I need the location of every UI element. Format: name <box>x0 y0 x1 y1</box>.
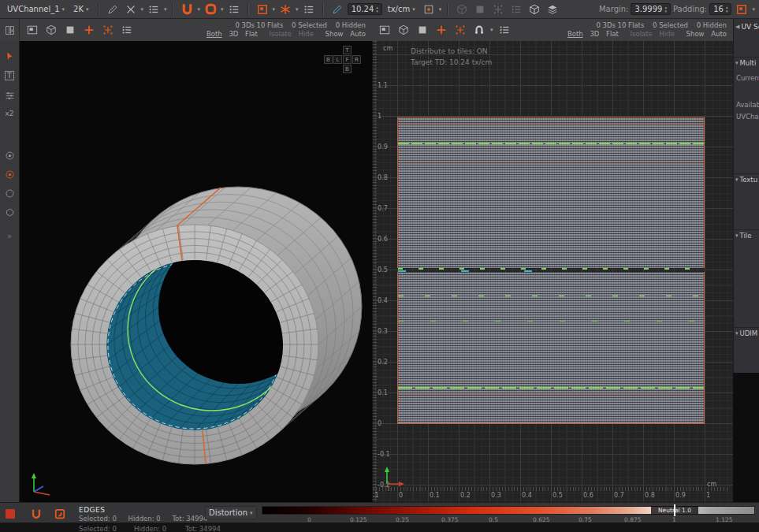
chevron-down-icon[interactable]: ▾ <box>490 27 493 33</box>
gather-cross-icon[interactable] <box>100 22 116 38</box>
spinner-icon[interactable]: ▴▾ <box>664 6 667 13</box>
neutral-marker-handle[interactable] <box>674 504 675 516</box>
view-bottom-button[interactable]: B <box>343 65 352 73</box>
unfold-button[interactable] <box>180 2 195 17</box>
move-cross-icon[interactable] <box>433 22 449 38</box>
padding-input[interactable]: 16 ▴▾ <box>709 3 731 15</box>
magnet-snap-icon[interactable] <box>471 22 487 38</box>
disabled-square-button[interactable] <box>472 2 488 17</box>
layout-options-button[interactable] <box>226 2 242 17</box>
layers-button[interactable] <box>545 2 560 17</box>
distribute-button[interactable] <box>277 2 293 17</box>
chevron-down-icon[interactable]: ▾ <box>221 6 224 13</box>
section-item[interactable]: Availab <box>736 101 759 109</box>
map-size-select[interactable]: 2K▾ <box>70 3 91 15</box>
auto-button[interactable]: Auto <box>711 30 727 38</box>
section-texture[interactable]: ▾ Textu <box>734 173 759 184</box>
ruler-label: 0.3 <box>491 492 501 499</box>
display-mode-select[interactable]: Distortion ▾ <box>205 506 257 519</box>
display-flat-button[interactable]: Flat <box>606 30 619 38</box>
cylinder-mesh[interactable] <box>20 41 372 502</box>
chevron-down-icon[interactable]: ▾ <box>752 6 755 13</box>
chevron-down-icon[interactable]: ▾ <box>164 6 167 13</box>
uv-island-strip[interactable] <box>397 272 705 424</box>
section-udim[interactable]: ▾ UDIM <box>734 327 759 337</box>
spinner-icon[interactable]: ▴▾ <box>726 6 728 13</box>
td-pick-button[interactable] <box>421 2 437 17</box>
layout-switch-button[interactable] <box>0 19 20 41</box>
uv-settings-panel-header[interactable]: ◀ UV Se <box>735 23 759 31</box>
sliders-tool[interactable] <box>0 87 19 104</box>
view-right-button[interactable]: R <box>352 55 361 64</box>
rizomuv-logo2-icon[interactable] <box>54 508 65 519</box>
collapse-panel-icon[interactable]: ◀ <box>735 24 739 30</box>
polygon-tool[interactable] <box>0 203 19 221</box>
disabled-list-button[interactable] <box>508 2 524 17</box>
transform-tool[interactable]: T <box>0 67 19 84</box>
shaded-cube-icon[interactable] <box>43 22 59 38</box>
red-square-icon[interactable] <box>4 508 16 519</box>
active-brush-tool[interactable] <box>0 166 19 183</box>
section-tile[interactable]: ▾ Tile <box>734 229 759 240</box>
view-left-button[interactable]: L <box>333 55 342 64</box>
chevron-down-icon[interactable]: ▾ <box>296 6 299 13</box>
section-multi[interactable]: ▾ Multi <box>734 57 759 67</box>
distribute-lines-icon[interactable] <box>119 22 135 38</box>
snapshot-icon[interactable] <box>24 22 40 38</box>
brush-tool[interactable] <box>0 147 19 164</box>
uv-channel-select[interactable]: UVChannel_1▾ <box>4 3 68 15</box>
snapshot-icon[interactable] <box>377 22 393 38</box>
distribute-lines-icon[interactable] <box>497 22 512 38</box>
display-3d-button[interactable]: 3D <box>590 30 599 38</box>
top-toolbar: UVChannel_1▾ 2K▾ ▾ ▾ ▾ ▾ ▾ ▾ 10.24 ▴▾ tx… <box>0 0 759 19</box>
texel-density-input[interactable]: 10.24 ▴▾ <box>348 3 382 15</box>
chevron-down-icon[interactable]: ▾ <box>439 6 442 13</box>
display-flat-button[interactable]: Flat <box>245 30 258 38</box>
cut-weld-tool-button[interactable] <box>123 2 139 17</box>
circle-tool[interactable] <box>0 184 19 202</box>
pack-options-button[interactable] <box>301 2 317 17</box>
section-item[interactable]: Current <box>736 74 759 82</box>
pack-button[interactable] <box>255 2 270 17</box>
select-cursor-tool[interactable] <box>0 47 19 65</box>
show-button[interactable]: Show <box>326 30 344 38</box>
select-options-button[interactable] <box>146 2 162 17</box>
optimize-button[interactable] <box>203 2 218 17</box>
isolate-button[interactable]: Isolate <box>270 30 292 38</box>
expand-chevrons-icon[interactable]: » <box>0 227 19 244</box>
disabled-cube-button[interactable] <box>454 2 470 17</box>
isolate-button[interactable]: Isolate <box>631 30 653 38</box>
view-top-button[interactable]: T <box>343 46 352 54</box>
fill-display-icon[interactable] <box>415 22 430 38</box>
chevron-down-icon[interactable]: ▾ <box>198 6 201 13</box>
show-button[interactable]: Show <box>686 30 705 38</box>
spinner-icon[interactable]: ▴▾ <box>376 6 378 13</box>
viewport-uv[interactable]: cm cm Distribute to tiles: ON Target TD:… <box>372 41 733 502</box>
mesh-cube-button[interactable] <box>526 2 542 17</box>
x2-tool[interactable]: x2 <box>0 105 19 122</box>
display-both-button[interactable]: Both <box>567 30 583 38</box>
display-3d-button[interactable]: 3D <box>229 30 238 38</box>
hide-button[interactable]: Hide <box>299 30 314 38</box>
uv-island-strip[interactable] <box>397 117 705 268</box>
display-both-button[interactable]: Both <box>206 30 222 38</box>
gather-cross-icon[interactable] <box>452 22 468 38</box>
shaded-cube-icon[interactable] <box>396 22 411 38</box>
move-cross-icon[interactable] <box>81 22 97 38</box>
chevron-down-icon[interactable]: ▾ <box>273 6 276 13</box>
fill-display-icon[interactable] <box>62 22 78 38</box>
auto-button[interactable]: Auto <box>350 30 366 38</box>
hide-button[interactable]: Hide <box>660 30 675 38</box>
viewport-3d[interactable]: T B L F R B <box>20 41 372 502</box>
disabled-crossdots-button[interactable] <box>490 2 506 17</box>
section-item[interactable]: UVChan <box>736 113 759 121</box>
margin-input[interactable]: 3.9999 ▴▾ <box>631 3 671 15</box>
view-back-button[interactable]: B <box>324 55 333 64</box>
chevron-down-icon[interactable]: ▾ <box>141 6 144 13</box>
rizomuv-logo-icon[interactable] <box>30 508 42 519</box>
view-front-button[interactable]: F <box>343 55 352 64</box>
edit-pen-tool-button[interactable] <box>105 2 121 17</box>
tile-pack-button[interactable] <box>734 2 750 17</box>
texel-density-pen-button[interactable] <box>329 2 345 17</box>
td-unit-select[interactable]: tx/cm▾ <box>385 3 419 15</box>
